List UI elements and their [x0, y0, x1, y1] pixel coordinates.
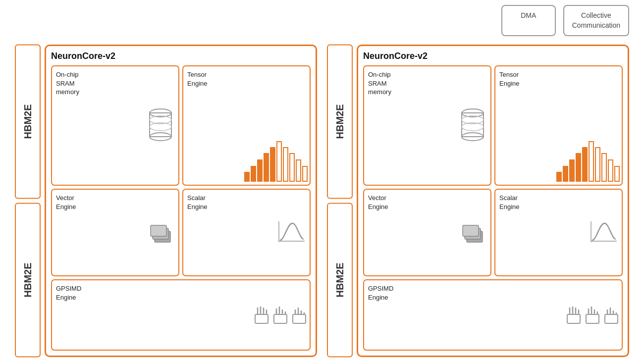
top-controls: DMA CollectiveCommunication [501, 5, 629, 36]
gpsimd-cell-right: GPSIMDEngine [363, 279, 623, 351]
gpsimd-cell-left: GPSIMDEngine [51, 279, 311, 351]
vector-icon-left [147, 217, 175, 248]
dma-box: DMA [501, 5, 556, 36]
sram-cell-left: On-chipSRAMmemory [51, 65, 179, 186]
gpsimd-icons-left [254, 305, 307, 325]
gpsimd-icons-right [566, 305, 619, 325]
scalar-label-left: ScalarEngine [187, 194, 306, 211]
mid-row-right: VectorEngine ScalarEngine [363, 189, 623, 276]
mid-row-left: VectorEngine ScalarEngine [51, 189, 311, 276]
neuroncore-left-title: NeuronCore-v2 [51, 51, 311, 61]
svg-rect-40 [586, 314, 599, 323]
neuroncore-right-title: NeuronCore-v2 [363, 51, 623, 61]
tensor-bars-left [244, 141, 308, 182]
hbm-bottom-right-label: HBM2E [334, 262, 346, 297]
top-row-right: On-chipSRAMmemory TensorE [363, 65, 623, 186]
neuroncore-left: NeuronCore-v2 On-chipSRAMmemory [45, 45, 317, 357]
hbm-stack-right: HBM2E HBM2E [327, 45, 353, 357]
core-unit-left: HBM2E HBM2E NeuronCore-v2 On-chipSRAMmem… [15, 45, 317, 357]
scalar-cell-left: ScalarEngine [182, 189, 311, 276]
bot-row-right: GPSIMDEngine [363, 279, 623, 351]
vector-label-right: VectorEngine [368, 194, 486, 211]
scalar-icon-left [277, 219, 307, 246]
core-unit-right: HBM2E HBM2E NeuronCore-v2 On-chipSRAMmem… [327, 45, 629, 357]
tensor-cell-right: TensorEngine [494, 65, 623, 186]
svg-rect-15 [274, 314, 287, 323]
hbm-bottom-left: HBM2E [15, 203, 41, 358]
scalar-icon-right [589, 219, 619, 246]
top-row-left: On-chipSRAMmemory [51, 65, 311, 186]
cores-row: HBM2E HBM2E NeuronCore-v2 On-chipSRAMmem… [15, 45, 629, 357]
neuroncore-right: NeuronCore-v2 On-chipSRAMmemory [357, 45, 629, 357]
tensor-cell-left: TensorEngine [182, 65, 311, 186]
scalar-label-right: ScalarEngine [499, 194, 618, 211]
sram-icon-left [146, 105, 175, 147]
collective-label: CollectiveCommunication [572, 11, 620, 29]
gpsimd-label-right: GPSIMDEngine [368, 284, 618, 302]
sram-label-right: On-chipSRAMmemory [368, 70, 486, 97]
sram-label-left: On-chipSRAMmemory [56, 70, 174, 97]
page-layout: DMA CollectiveCommunication HBM2E HBM2E … [0, 0, 644, 362]
hbm-top-left: HBM2E [15, 45, 41, 199]
sram-icon-right [458, 105, 487, 147]
vector-cell-right: VectorEngine [363, 189, 491, 276]
collective-comm-box: CollectiveCommunication [563, 5, 629, 36]
vector-icon-right [459, 217, 487, 248]
hbm-bottom-left-label: HBM2E [22, 262, 34, 297]
svg-rect-45 [605, 314, 618, 323]
svg-rect-35 [567, 314, 580, 323]
svg-rect-20 [293, 314, 306, 323]
bot-row-left: GPSIMDEngine [51, 279, 311, 351]
hbm-top-right-label: HBM2E [334, 104, 346, 139]
vector-cell-left: VectorEngine [51, 189, 179, 276]
svg-rect-32 [463, 225, 479, 236]
hbm-top-left-label: HBM2E [22, 104, 34, 139]
sram-cell-right: On-chipSRAMmemory [363, 65, 491, 186]
hbm-top-right: HBM2E [327, 45, 353, 199]
svg-rect-10 [255, 314, 268, 323]
tensor-label-left: TensorEngine [187, 70, 306, 88]
tensor-label-right: TensorEngine [499, 70, 618, 88]
vector-label-left: VectorEngine [56, 194, 174, 211]
dma-label: DMA [521, 11, 536, 19]
svg-rect-7 [151, 225, 166, 236]
scalar-cell-right: ScalarEngine [494, 189, 623, 276]
tensor-bars-right [556, 141, 620, 182]
hbm-stack-left: HBM2E HBM2E [15, 45, 41, 357]
gpsimd-label-left: GPSIMDEngine [56, 284, 306, 302]
hbm-bottom-right: HBM2E [327, 203, 353, 358]
